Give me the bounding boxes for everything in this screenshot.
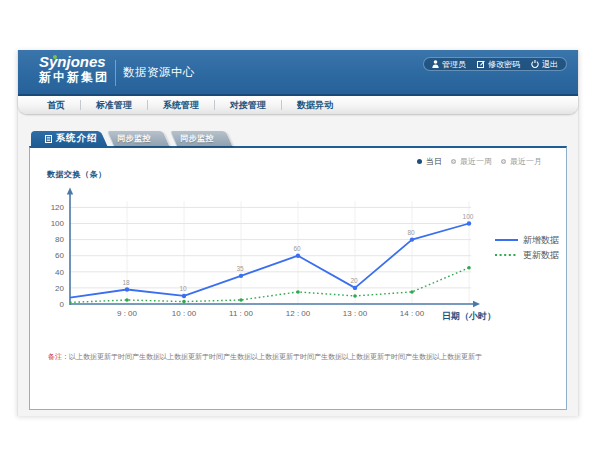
data-point [467, 221, 471, 225]
y-tick-label: 0 [60, 300, 65, 309]
note-text: 以上数据更新于时间产生数据以上数据更新于时间产生数据以上数据更新于时间产生数据以… [69, 353, 482, 360]
screen: Synjones 新中新集团 数据资源中心 管理员 [0, 0, 600, 450]
browser-page: Synjones 新中新集团 数据资源中心 管理员 [17, 50, 579, 416]
line-chart: 0204060801001209 : 0010 : 0011 : 0012 : … [30, 148, 568, 412]
data-point [353, 294, 357, 298]
data-point-label: 20 [350, 277, 358, 284]
company-logo[interactable]: Synjones 新中新集团 [39, 53, 131, 93]
x-tick-label: 12 : 00 [286, 309, 311, 318]
nav-item-system-management[interactable]: 系统管理 [148, 99, 214, 112]
nav-item-data-change[interactable]: 数据异动 [282, 99, 348, 112]
edit-icon [477, 60, 485, 68]
y-tick-label: 20 [55, 284, 64, 293]
app-header: Synjones 新中新集团 数据资源中心 管理员 [18, 50, 578, 96]
user-icon [432, 60, 439, 68]
tab-sync-monitor-2[interactable]: 同步监控 [171, 131, 233, 146]
user-name-label: 管理员 [442, 59, 466, 70]
legend-label: 更新数据 [523, 250, 559, 260]
data-point-label: 60 [293, 245, 301, 252]
data-point [296, 254, 300, 258]
tab-label: 系统介绍 [56, 132, 98, 145]
legend-label: 新增数据 [523, 235, 559, 245]
data-point [296, 290, 300, 294]
logo-subtext: 新中新集团 [39, 70, 131, 85]
chart-x-axis-title: 日期（小时） [442, 311, 496, 321]
data-point [239, 298, 243, 302]
data-point [125, 298, 129, 302]
data-point-label: 10 [179, 285, 187, 292]
user-name-button[interactable]: 管理员 [432, 59, 466, 70]
nav-item-home[interactable]: 首页 [32, 99, 80, 112]
data-point [182, 300, 186, 304]
data-point-label: 80 [407, 229, 415, 236]
power-icon [531, 60, 539, 68]
main-nav: 首页 标准管理 系统管理 对接管理 数据异动 [18, 96, 578, 114]
y-tick-label: 120 [51, 203, 65, 212]
content-panel: 当日 最近一周 最近一月 数据交换（条） 0204060801001209 : … [29, 146, 567, 410]
logo-green-dot [53, 55, 57, 59]
change-password-button[interactable]: 修改密码 [477, 59, 520, 70]
chart-line-series-1 [70, 268, 469, 303]
tab-label: 同步监控 [180, 133, 214, 144]
data-point [125, 287, 129, 291]
data-point-label: 100 [463, 213, 474, 220]
user-menu: 管理员 修改密码 退出 [423, 57, 567, 71]
x-tick-label: 13 : 00 [343, 309, 368, 318]
data-point [353, 286, 357, 290]
logout-button[interactable]: 退出 [531, 59, 558, 70]
x-tick-label: 14 : 00 [400, 309, 425, 318]
x-tick-label: 9 : 00 [117, 309, 138, 318]
nav-item-standard-management[interactable]: 标准管理 [81, 99, 147, 112]
nav-item-connection-management[interactable]: 对接管理 [215, 99, 281, 112]
data-point [410, 290, 414, 294]
page-title: 数据资源中心 [123, 65, 195, 80]
x-axis-arrow [473, 301, 480, 307]
document-icon [45, 135, 52, 143]
data-point [182, 294, 186, 298]
y-tick-label: 80 [55, 235, 64, 244]
y-tick-label: 100 [51, 219, 65, 228]
y-axis-arrow [67, 187, 73, 194]
tab-sync-monitor-1[interactable]: 同步监控 [108, 131, 170, 146]
logout-label: 退出 [542, 59, 558, 70]
data-point-label: 35 [236, 265, 244, 272]
data-point [467, 266, 471, 270]
data-point [410, 237, 414, 241]
header-divider [115, 60, 116, 86]
tab-system-introduction[interactable]: 系统介绍 [31, 131, 107, 146]
tab-bar: 系统介绍 同步监控 同步监控 [31, 131, 233, 146]
x-tick-label: 11 : 00 [229, 309, 253, 318]
data-point-label: 18 [122, 279, 130, 286]
y-tick-label: 40 [55, 268, 64, 277]
footer-note: 备注：以上数据更新于时间产生数据以上数据更新于时间产生数据以上数据更新于时间产生… [48, 352, 482, 362]
y-tick-label: 60 [55, 251, 64, 260]
x-tick-label: 10 : 00 [172, 309, 197, 318]
change-password-label: 修改密码 [488, 59, 520, 70]
data-point [239, 274, 243, 278]
note-prefix: 备注： [48, 353, 69, 360]
tab-label: 同步监控 [117, 133, 151, 144]
